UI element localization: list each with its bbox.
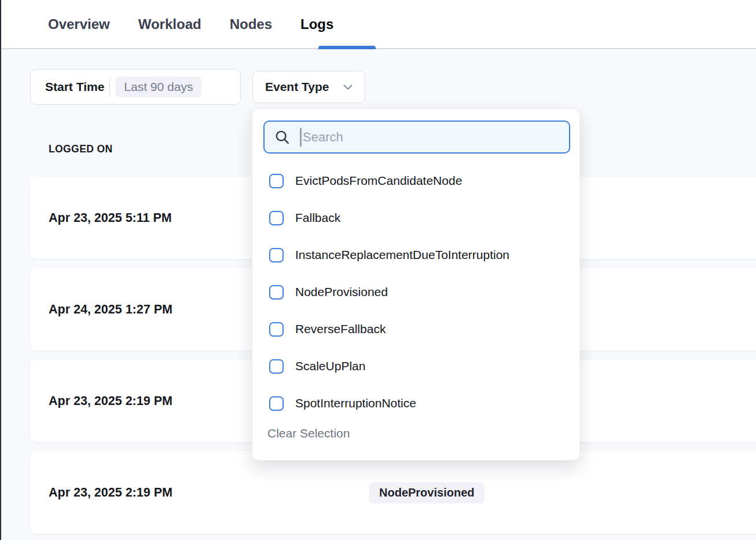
event-type-filter[interactable]: Event Type [252,71,365,103]
option-nodeprovisioned[interactable]: NodeProvisioned [252,273,579,311]
clear-selection-button[interactable]: Clear Selection [267,426,350,440]
active-tab-indicator [318,46,376,49]
start-time-value-pill: Last 90 days [115,76,201,97]
start-time-filter[interactable]: Start Time Last 90 days [30,69,241,105]
chevron-down-icon [342,81,354,93]
checkbox-unchecked[interactable] [269,174,284,188]
event-type-label: Event Type [265,80,335,94]
option-label: Fallback [295,211,340,225]
option-fallback[interactable]: Fallback [252,199,579,236]
event-type-option-list: EvictPodsFromCandidateNode Fallback Inst… [252,162,579,422]
checkbox-unchecked[interactable] [269,359,284,374]
option-label: ReverseFallback [295,322,386,336]
event-type-dropdown: Search EvictPodsFromCandidateNode Fallba… [252,108,580,461]
checkbox-unchecked[interactable] [269,322,284,337]
checkbox-unchecked[interactable] [269,285,284,300]
option-evictpodsfromcandidatenode[interactable]: EvictPodsFromCandidateNode [252,162,579,199]
tab-logs[interactable]: Logs [300,17,333,31]
logged-on-cell: Apr 23, 2025 2:19 PM [49,486,369,500]
checkbox-unchecked[interactable] [269,248,284,262]
text-cursor [300,128,302,147]
filter-divider [109,78,110,96]
table-row[interactable]: Apr 23, 2025 2:19 PM NodeProvisioned [30,451,756,534]
tab-nodes[interactable]: Nodes [230,17,272,31]
option-label: ScaleUpPlan [295,359,365,373]
tab-bar: Overview Workload Nodes Logs [1,0,756,49]
checkbox-unchecked[interactable] [269,396,284,411]
option-label: EvictPodsFromCandidateNode [295,174,462,188]
search-icon [274,129,291,145]
tab-overview[interactable]: Overview [48,17,110,31]
start-time-label: Start Time [45,80,104,94]
search-input[interactable]: Search [263,121,570,154]
event-type-badge: NodeProvisioned [369,482,485,503]
option-label: SpotInterruptionNotice [295,396,416,410]
option-label: InstanceReplacementDueToInterruption [295,248,509,262]
tab-workload[interactable]: Workload [138,17,201,31]
option-label: NodeProvisioned [295,285,388,299]
option-instancereplacementduetointerruption[interactable]: InstanceReplacementDueToInterruption [252,236,579,273]
column-header-logged-on: LOGGED ON [49,143,113,155]
search-placeholder: Search [303,130,343,145]
option-scaleupplan[interactable]: ScaleUpPlan [252,348,579,385]
option-reversefallback[interactable]: ReverseFallback [252,311,579,348]
checkbox-unchecked[interactable] [269,211,284,225]
option-spotinterruptionnotice[interactable]: SpotInterruptionNotice [252,385,579,422]
